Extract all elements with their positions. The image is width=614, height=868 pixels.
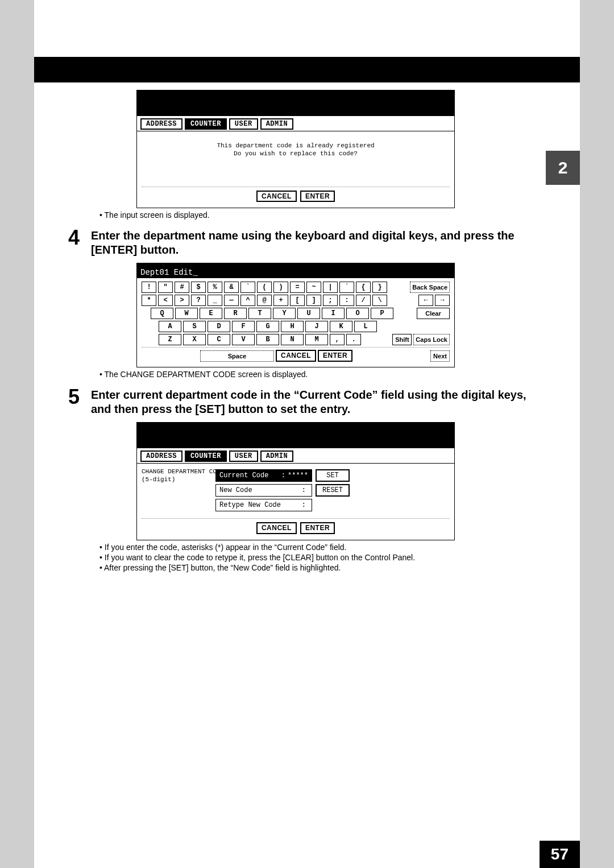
arrow-right-button[interactable]: →	[435, 295, 450, 306]
key-tilde[interactable]: ~	[306, 282, 321, 293]
key-u[interactable]: U	[297, 308, 320, 319]
key-p[interactable]: P	[371, 308, 393, 319]
next-button[interactable]: Next	[430, 350, 450, 362]
field-label: New Code	[219, 486, 300, 494]
step4-note: The CHANGE DEPARTMENT CODE screen is dis…	[99, 370, 546, 379]
key-star[interactable]: *	[142, 295, 156, 306]
key-n[interactable]: N	[281, 334, 304, 345]
tab-counter[interactable]: COUNTER	[185, 118, 227, 130]
key-caret[interactable]: ^	[240, 295, 255, 306]
clear-button[interactable]: Clear	[417, 308, 450, 319]
tab-user[interactable]: USER	[229, 118, 258, 130]
key-grave[interactable]: `	[339, 282, 354, 293]
key-j[interactable]: J	[305, 321, 328, 332]
key-d[interactable]: D	[208, 321, 230, 332]
key-underscore[interactable]: _	[208, 295, 222, 306]
key-equals[interactable]: =	[290, 282, 305, 293]
retype-code-field[interactable]: Retype New Code :	[215, 499, 312, 511]
shift-button[interactable]: Shift	[392, 334, 412, 345]
key-pipe[interactable]: |	[323, 282, 338, 293]
tab-counter[interactable]: COUNTER	[185, 450, 227, 462]
key-k[interactable]: K	[330, 321, 352, 332]
key-amp[interactable]: &	[224, 282, 239, 293]
key-dash[interactable]: —	[224, 295, 239, 306]
key-y[interactable]: Y	[273, 308, 296, 319]
field-label: Current Code	[219, 472, 279, 480]
cancel-button[interactable]: CANCEL	[256, 191, 297, 202]
set-button[interactable]: SET	[316, 469, 350, 482]
key-t[interactable]: T	[248, 308, 271, 319]
key-hash[interactable]: #	[175, 282, 189, 293]
key-dquote[interactable]: "	[158, 282, 173, 293]
cancel-button[interactable]: CANCEL	[256, 522, 297, 534]
tab-bar: ADDRESS COUNTER USER ADMIN	[137, 116, 454, 131]
input-title: Dept01 Edit_	[137, 263, 454, 278]
tab-address[interactable]: ADDRESS	[140, 118, 182, 130]
tab-address[interactable]: ADDRESS	[140, 450, 182, 462]
key-z[interactable]: Z	[159, 334, 181, 345]
key-bslash[interactable]: \	[372, 295, 387, 306]
enter-button[interactable]: ENTER	[300, 522, 335, 534]
key-b[interactable]: B	[256, 334, 279, 345]
divider	[142, 347, 450, 348]
cancel-button[interactable]: CANCEL	[276, 350, 316, 362]
key-semicolon[interactable]: ;	[323, 295, 338, 306]
key-slash[interactable]: /	[356, 295, 371, 306]
key-plus[interactable]: +	[273, 295, 288, 306]
key-lbracket[interactable]: [	[290, 295, 305, 306]
key-rbracket[interactable]: ]	[306, 295, 321, 306]
key-lbrace[interactable]: {	[356, 282, 371, 293]
tab-admin[interactable]: ADMIN	[260, 450, 294, 462]
tab-admin[interactable]: ADMIN	[260, 118, 294, 130]
key-lparen[interactable]: (	[257, 282, 272, 293]
key-row-3: Q W E R T Y U I O P Clear	[151, 308, 450, 319]
key-colon[interactable]: :	[339, 295, 354, 306]
arrow-left-button[interactable]: ←	[418, 295, 433, 306]
key-v[interactable]: V	[232, 334, 255, 345]
enter-button[interactable]: ENTER	[300, 191, 335, 202]
key-dollar[interactable]: $	[191, 282, 206, 293]
key-w[interactable]: W	[175, 308, 198, 319]
key-exclam[interactable]: !	[142, 282, 156, 293]
space-button[interactable]: Space	[200, 350, 274, 362]
tab-user[interactable]: USER	[229, 450, 258, 462]
backspace-button[interactable]: Back Space	[410, 282, 450, 293]
key-backtick[interactable]: `	[240, 282, 255, 293]
new-code-row: New Code : RESET	[215, 484, 450, 497]
key-q[interactable]: Q	[151, 308, 173, 319]
step-5: 5 Enter current department code in the “…	[68, 387, 546, 416]
ss-titlebar	[137, 423, 454, 448]
key-e[interactable]: E	[200, 308, 222, 319]
key-h[interactable]: H	[281, 321, 304, 332]
key-a[interactable]: A	[159, 321, 181, 332]
key-f[interactable]: F	[232, 321, 255, 332]
key-o[interactable]: O	[346, 308, 369, 319]
field-sep: :	[302, 486, 306, 494]
key-qmark[interactable]: ?	[191, 295, 206, 306]
key-rbrace[interactable]: }	[372, 282, 387, 293]
dialog-message: This department code is already register…	[137, 131, 454, 187]
key-x[interactable]: X	[183, 334, 206, 345]
enter-button[interactable]: ENTER	[318, 350, 352, 362]
key-l[interactable]: L	[354, 321, 377, 332]
key-row-4: A S D F G H J K L	[159, 321, 450, 332]
key-period[interactable]: .	[346, 334, 361, 345]
key-s[interactable]: S	[183, 321, 206, 332]
current-code-field[interactable]: Current Code : *****	[215, 469, 312, 482]
key-c[interactable]: C	[208, 334, 230, 345]
key-g[interactable]: G	[256, 321, 279, 332]
key-lt[interactable]: <	[158, 295, 173, 306]
key-at[interactable]: @	[257, 295, 272, 306]
capslock-button[interactable]: Caps Lock	[413, 334, 450, 345]
new-code-field[interactable]: New Code :	[215, 484, 312, 497]
reset-button[interactable]: RESET	[316, 484, 350, 497]
key-gt[interactable]: >	[175, 295, 189, 306]
key-percent[interactable]: %	[208, 282, 222, 293]
step-number: 5	[68, 387, 91, 407]
key-r[interactable]: R	[224, 308, 247, 319]
key-i[interactable]: I	[322, 308, 345, 319]
key-m[interactable]: M	[305, 334, 328, 345]
note-item: After pressing the [SET] button, the “Ne…	[99, 563, 546, 572]
key-comma[interactable]: ,	[330, 334, 345, 345]
key-rparen[interactable]: )	[273, 282, 288, 293]
